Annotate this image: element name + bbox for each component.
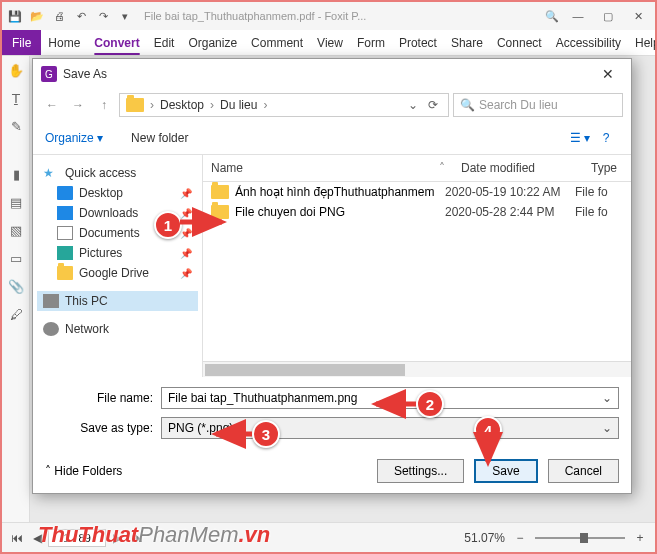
open-icon[interactable]: 📂 [28,7,46,25]
sidebar-item-this-pc[interactable]: This PC [37,291,198,311]
save-icon[interactable]: 💾 [6,7,24,25]
comments-panel-icon[interactable]: ▭ [2,244,30,272]
close-icon[interactable]: ✕ [625,6,651,26]
sidebar-item-documents[interactable]: Documents📌 [37,223,198,243]
annotate-icon[interactable]: ✎ [2,112,30,140]
tab-home[interactable]: Home [41,30,87,55]
pin-icon: 📌 [180,188,192,199]
zoom-label: 51.07% [464,531,505,545]
organize-button[interactable]: Organize ▾ [45,131,103,145]
col-type[interactable]: Type [583,155,631,181]
breadcrumb-dulieu[interactable]: Du lieu [216,98,261,112]
dialog-app-icon: G [41,66,57,82]
filename-label: File name: [73,391,153,405]
tab-protect[interactable]: Protect [392,30,444,55]
tab-share[interactable]: Share [444,30,490,55]
watermark: ThuThuatPhanMem.vn [38,522,270,548]
new-folder-button[interactable]: New folder [131,131,188,145]
sidebar-item-desktop[interactable]: Desktop📌 [37,183,198,203]
nav-up-icon[interactable]: ↑ [93,94,115,116]
settings-button[interactable]: Settings... [377,459,464,483]
file-list: Name˄ Date modified Type Ảnh hoạt hình đ… [203,155,631,377]
minimize-icon[interactable]: — [565,6,591,26]
dialog-title: Save As [63,67,107,81]
search-icon[interactable]: 🔍 [543,7,561,25]
save-as-dialog: G Save As ✕ ← → ↑ › Desktop › Du lieu › … [32,58,632,494]
folder-item[interactable]: File chuyen doi PNG 2020-05-28 2:44 PM F… [203,202,631,222]
maximize-icon[interactable]: ▢ [595,6,621,26]
document-title: File bai tap_Thuthuatphanmem.pdf - Foxit… [144,10,539,22]
qat-more-icon[interactable]: ▾ [116,7,134,25]
tab-help[interactable]: Help [628,30,657,55]
address-bar[interactable]: › Desktop › Du lieu › ⌄ ⟳ [119,93,449,117]
dialog-body: ★Quick access Desktop📌 Downloads📌 Docume… [33,155,631,377]
ribbon: File Home Convert Edit Organize Comment … [2,30,655,56]
help-icon[interactable]: ? [593,127,619,149]
tab-comment[interactable]: Comment [244,30,310,55]
dialog-fields: File name: File bai tap_Thuthuatphanmem.… [33,377,631,453]
filename-input[interactable]: File bai tap_Thuthuatphanmem.png ⌄ [161,387,619,409]
zoom-slider[interactable] [535,537,625,539]
refresh-icon[interactable]: ⟳ [424,98,442,112]
col-name[interactable]: Name˄ [203,155,453,181]
pin-icon: 📌 [180,208,192,219]
zoom-in-icon[interactable]: + [631,529,649,547]
dialog-close-icon[interactable]: ✕ [593,62,623,86]
hand-tool-icon[interactable]: ✋ [2,56,30,84]
tab-convert[interactable]: Convert [87,30,146,55]
search-placeholder: Search Du lieu [479,98,558,112]
tab-connect[interactable]: Connect [490,30,549,55]
cancel-button[interactable]: Cancel [548,459,619,483]
tab-organize[interactable]: Organize [181,30,244,55]
print-icon[interactable]: 🖨 [50,7,68,25]
tab-form[interactable]: Form [350,30,392,55]
pin-icon: 📌 [180,268,192,279]
nav-forward-icon[interactable]: → [67,94,89,116]
left-tool-rail: ✋ Ṯ ✎ ▮ ▤ ▧ ▭ 📎 🖊 [2,56,30,522]
save-button[interactable]: Save [474,459,537,483]
tab-edit[interactable]: Edit [147,30,182,55]
undo-icon[interactable]: ↶ [72,7,90,25]
signature-panel-icon[interactable]: 🖊 [2,300,30,328]
attach-panel-icon[interactable]: 📎 [2,272,30,300]
nav-back-icon[interactable]: ← [41,94,63,116]
horizontal-scrollbar[interactable] [203,361,631,377]
main-window: 💾 📂 🖨 ↶ ↷ ▾ File bai tap_Thuthuatphanmem… [2,2,655,552]
text-select-icon[interactable]: Ṯ [2,84,30,112]
folder-item[interactable]: Ảnh hoạt hình đẹpThuthuatphanmem 2020-05… [203,182,631,202]
bookmark-panel-icon[interactable]: ▮ [2,160,30,188]
redo-icon[interactable]: ↷ [94,7,112,25]
dialog-footer: ˄ Hide Folders Settings... Save Cancel [33,453,631,493]
hide-folders-toggle[interactable]: ˄ Hide Folders [45,464,122,478]
file-tab[interactable]: File [2,30,41,55]
zoom-out-icon[interactable]: − [511,529,529,547]
dialog-nav: ← → ↑ › Desktop › Du lieu › ⌄ ⟳ 🔍 Search… [33,89,631,121]
file-list-header: Name˄ Date modified Type [203,155,631,182]
chevron-down-icon[interactable]: ⌄ [598,388,616,408]
sidebar-item-quick-access[interactable]: ★Quick access [37,163,198,183]
breadcrumb-desktop[interactable]: Desktop [156,98,208,112]
first-page-icon[interactable]: ⏮ [8,529,26,547]
pin-icon: 📌 [180,228,192,239]
search-box[interactable]: 🔍 Search Du lieu [453,93,623,117]
layers-panel-icon[interactable]: ▧ [2,216,30,244]
search-icon: 🔍 [460,98,475,112]
address-drop-icon[interactable]: ⌄ [404,98,422,112]
dialog-toolbar: Organize ▾ New folder ☰ ▾ ? [33,121,631,155]
sidebar-item-pictures[interactable]: Pictures📌 [37,243,198,263]
tab-view[interactable]: View [310,30,350,55]
save-type-select[interactable]: PNG (*.png) ⌄ [161,417,619,439]
col-date[interactable]: Date modified [453,155,583,181]
view-options-icon[interactable]: ☰ ▾ [567,127,593,149]
type-label: Save as type: [73,421,153,435]
chevron-down-icon[interactable]: ⌄ [598,418,616,438]
dialog-titlebar: G Save As ✕ [33,59,631,89]
tab-accessibility[interactable]: Accessibility [549,30,628,55]
sidebar-item-downloads[interactable]: Downloads📌 [37,203,198,223]
pages-panel-icon[interactable]: ▤ [2,188,30,216]
sidebar-item-network[interactable]: Network [37,319,198,339]
sidebar-item-google-drive[interactable]: Google Drive📌 [37,263,198,283]
folder-icon [126,98,144,112]
app-titlebar: 💾 📂 🖨 ↶ ↷ ▾ File bai tap_Thuthuatphanmem… [2,2,655,30]
folder-icon [211,185,229,199]
